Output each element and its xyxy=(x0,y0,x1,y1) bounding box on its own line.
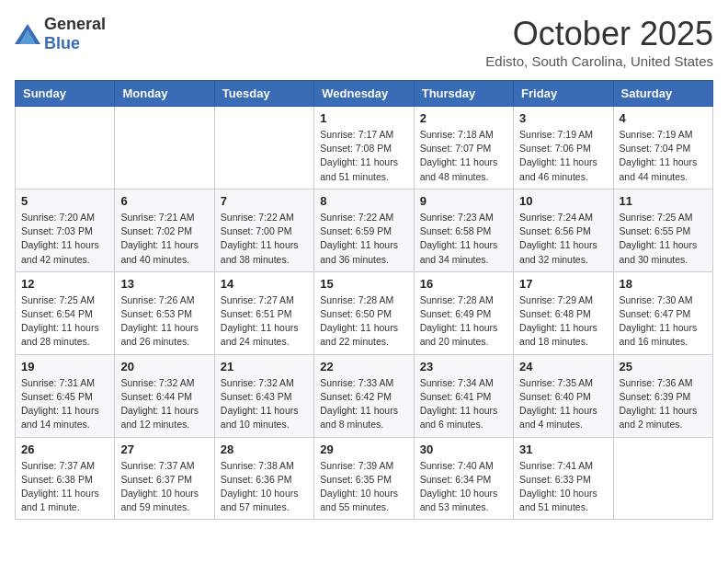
day-number: 8 xyxy=(320,194,407,208)
day-info: Sunrise: 7:19 AMSunset: 7:06 PMDaylight:… xyxy=(519,128,607,184)
weekday-header: Friday xyxy=(514,81,613,107)
calendar-cell: 16Sunrise: 7:28 AMSunset: 6:49 PMDayligh… xyxy=(414,271,513,354)
calendar-week-row: 12Sunrise: 7:25 AMSunset: 6:54 PMDayligh… xyxy=(16,271,713,354)
calendar-cell: 23Sunrise: 7:34 AMSunset: 6:41 PMDayligh… xyxy=(414,354,513,437)
calendar-cell: 30Sunrise: 7:40 AMSunset: 6:34 PMDayligh… xyxy=(414,437,513,520)
day-number: 23 xyxy=(420,360,507,373)
day-info: Sunrise: 7:35 AMSunset: 6:40 PMDaylight:… xyxy=(519,376,607,432)
logo-icon xyxy=(15,24,40,44)
day-number: 10 xyxy=(519,194,607,208)
day-info: Sunrise: 7:23 AMSunset: 6:58 PMDaylight:… xyxy=(420,211,507,267)
day-info: Sunrise: 7:22 AMSunset: 7:00 PMDaylight:… xyxy=(221,211,308,267)
calendar-cell: 24Sunrise: 7:35 AMSunset: 6:40 PMDayligh… xyxy=(514,354,613,437)
calendar-cell: 21Sunrise: 7:32 AMSunset: 6:43 PMDayligh… xyxy=(214,354,313,437)
day-number: 14 xyxy=(221,277,308,291)
day-info: Sunrise: 7:26 AMSunset: 6:53 PMDaylight:… xyxy=(120,293,208,350)
day-info: Sunrise: 7:40 AMSunset: 6:34 PMDaylight:… xyxy=(420,459,507,515)
calendar-cell: 4Sunrise: 7:19 AMSunset: 7:04 PMDaylight… xyxy=(613,107,712,190)
calendar-cell: 26Sunrise: 7:37 AMSunset: 6:38 PMDayligh… xyxy=(16,437,115,520)
calendar-cell: 20Sunrise: 7:32 AMSunset: 6:44 PMDayligh… xyxy=(115,354,214,437)
day-info: Sunrise: 7:37 AMSunset: 6:38 PMDaylight:… xyxy=(21,459,108,515)
day-info: Sunrise: 7:21 AMSunset: 7:02 PMDaylight:… xyxy=(120,211,208,267)
day-number: 22 xyxy=(320,360,407,373)
calendar-cell: 17Sunrise: 7:29 AMSunset: 6:48 PMDayligh… xyxy=(514,271,613,354)
day-number: 16 xyxy=(420,277,507,291)
calendar-week-row: 1Sunrise: 7:17 AMSunset: 7:08 PMDaylight… xyxy=(16,107,713,190)
calendar-week-row: 19Sunrise: 7:31 AMSunset: 6:45 PMDayligh… xyxy=(16,354,713,437)
calendar-week-row: 26Sunrise: 7:37 AMSunset: 6:38 PMDayligh… xyxy=(16,437,713,520)
logo: General Blue xyxy=(15,15,106,53)
day-number: 19 xyxy=(21,360,108,373)
calendar-week-row: 5Sunrise: 7:20 AMSunset: 7:03 PMDaylight… xyxy=(16,189,713,271)
day-info: Sunrise: 7:37 AMSunset: 6:37 PMDaylight:… xyxy=(120,459,208,515)
day-info: Sunrise: 7:33 AMSunset: 6:42 PMDaylight:… xyxy=(320,376,407,432)
day-number: 30 xyxy=(420,442,507,456)
day-info: Sunrise: 7:25 AMSunset: 6:55 PMDaylight:… xyxy=(620,211,707,267)
day-info: Sunrise: 7:31 AMSunset: 6:45 PMDaylight:… xyxy=(21,376,108,432)
day-info: Sunrise: 7:20 AMSunset: 7:03 PMDaylight:… xyxy=(21,211,108,267)
calendar-cell xyxy=(115,107,214,190)
title-block: October 2025 Edisto, South Carolina, Uni… xyxy=(485,15,713,69)
calendar-header-row: SundayMondayTuesdayWednesdayThursdayFrid… xyxy=(16,81,713,107)
day-number: 11 xyxy=(620,194,707,208)
weekday-header: Wednesday xyxy=(314,81,414,107)
day-number: 12 xyxy=(21,277,108,291)
weekday-header: Saturday xyxy=(613,81,712,107)
day-info: Sunrise: 7:28 AMSunset: 6:50 PMDaylight:… xyxy=(320,293,407,350)
calendar-cell: 25Sunrise: 7:36 AMSunset: 6:39 PMDayligh… xyxy=(613,354,712,437)
day-info: Sunrise: 7:25 AMSunset: 6:54 PMDaylight:… xyxy=(21,293,108,350)
day-number: 27 xyxy=(120,442,208,456)
day-number: 17 xyxy=(519,277,607,291)
logo-text: General Blue xyxy=(44,15,106,53)
calendar-cell: 15Sunrise: 7:28 AMSunset: 6:50 PMDayligh… xyxy=(314,271,414,354)
day-info: Sunrise: 7:34 AMSunset: 6:41 PMDaylight:… xyxy=(420,376,507,432)
calendar-cell: 27Sunrise: 7:37 AMSunset: 6:37 PMDayligh… xyxy=(115,437,214,520)
calendar-cell: 1Sunrise: 7:17 AMSunset: 7:08 PMDaylight… xyxy=(314,107,414,190)
month-title: October 2025 xyxy=(485,15,713,53)
day-info: Sunrise: 7:18 AMSunset: 7:07 PMDaylight:… xyxy=(420,128,507,184)
day-number: 20 xyxy=(120,360,208,373)
calendar-cell: 6Sunrise: 7:21 AMSunset: 7:02 PMDaylight… xyxy=(115,189,214,271)
day-number: 21 xyxy=(221,360,308,373)
day-info: Sunrise: 7:29 AMSunset: 6:48 PMDaylight:… xyxy=(519,293,607,350)
day-number: 24 xyxy=(519,360,607,373)
calendar-cell: 31Sunrise: 7:41 AMSunset: 6:33 PMDayligh… xyxy=(514,437,613,520)
day-number: 2 xyxy=(420,111,507,125)
day-info: Sunrise: 7:38 AMSunset: 6:36 PMDaylight:… xyxy=(221,459,308,515)
calendar-cell: 14Sunrise: 7:27 AMSunset: 6:51 PMDayligh… xyxy=(214,271,313,354)
day-info: Sunrise: 7:27 AMSunset: 6:51 PMDaylight:… xyxy=(221,293,308,350)
day-number: 15 xyxy=(320,277,407,291)
day-info: Sunrise: 7:24 AMSunset: 6:56 PMDaylight:… xyxy=(519,211,607,267)
day-info: Sunrise: 7:32 AMSunset: 6:44 PMDaylight:… xyxy=(120,376,208,432)
weekday-header: Monday xyxy=(115,81,214,107)
page-header: General Blue October 2025 Edisto, South … xyxy=(15,15,713,69)
day-info: Sunrise: 7:22 AMSunset: 6:59 PMDaylight:… xyxy=(320,211,407,267)
day-info: Sunrise: 7:36 AMSunset: 6:39 PMDaylight:… xyxy=(620,376,707,432)
calendar-cell: 5Sunrise: 7:20 AMSunset: 7:03 PMDaylight… xyxy=(16,189,115,271)
calendar-cell: 12Sunrise: 7:25 AMSunset: 6:54 PMDayligh… xyxy=(16,271,115,354)
day-number: 7 xyxy=(221,194,308,208)
day-number: 1 xyxy=(320,111,407,125)
logo-general: General xyxy=(44,15,106,33)
day-info: Sunrise: 7:30 AMSunset: 6:47 PMDaylight:… xyxy=(620,293,707,350)
day-number: 18 xyxy=(620,277,707,291)
day-info: Sunrise: 7:19 AMSunset: 7:04 PMDaylight:… xyxy=(620,128,707,184)
day-info: Sunrise: 7:17 AMSunset: 7:08 PMDaylight:… xyxy=(320,128,407,184)
calendar-cell: 10Sunrise: 7:24 AMSunset: 6:56 PMDayligh… xyxy=(514,189,613,271)
day-info: Sunrise: 7:39 AMSunset: 6:35 PMDaylight:… xyxy=(320,459,407,515)
day-number: 4 xyxy=(620,111,707,125)
day-number: 5 xyxy=(21,194,108,208)
day-number: 25 xyxy=(620,360,707,373)
day-number: 26 xyxy=(21,442,108,456)
calendar-cell xyxy=(214,107,313,190)
calendar-cell: 19Sunrise: 7:31 AMSunset: 6:45 PMDayligh… xyxy=(16,354,115,437)
calendar-cell: 28Sunrise: 7:38 AMSunset: 6:36 PMDayligh… xyxy=(214,437,313,520)
day-number: 6 xyxy=(120,194,208,208)
calendar-cell: 7Sunrise: 7:22 AMSunset: 7:00 PMDaylight… xyxy=(214,189,313,271)
logo-blue: Blue xyxy=(44,34,80,52)
calendar-cell: 22Sunrise: 7:33 AMSunset: 6:42 PMDayligh… xyxy=(314,354,414,437)
weekday-header: Tuesday xyxy=(214,81,313,107)
day-info: Sunrise: 7:41 AMSunset: 6:33 PMDaylight:… xyxy=(519,459,607,515)
location-title: Edisto, South Carolina, United States xyxy=(485,53,713,69)
calendar-table: SundayMondayTuesdayWednesdayThursdayFrid… xyxy=(15,80,713,520)
